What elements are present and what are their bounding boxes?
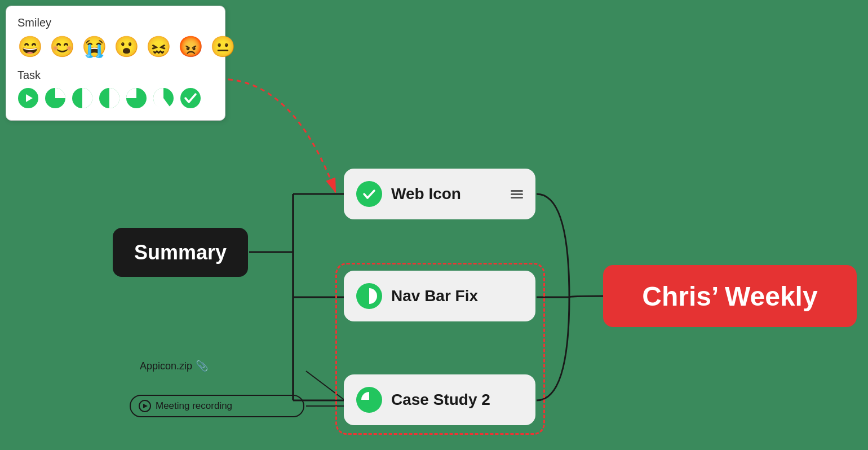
emoji-angry: 😡: [178, 35, 203, 59]
task-label: Task: [17, 69, 214, 82]
case-study-node[interactable]: Case Study 2: [344, 374, 535, 425]
task-icon-three-quarter: [126, 87, 147, 109]
meeting-recording-attachment[interactable]: Meeting recording: [130, 395, 304, 417]
task-icon-quarter: [45, 87, 66, 109]
summary-node[interactable]: Summary: [113, 228, 248, 277]
meeting-recording-label: Meeting recording: [156, 400, 232, 412]
web-icon-label: Web Icon: [391, 185, 502, 203]
nav-bar-node[interactable]: Nav Bar Fix: [344, 271, 535, 321]
emoji-cry: 😭: [82, 35, 107, 59]
task-icons-row: [17, 87, 214, 109]
task-icon-almost-full: [153, 87, 174, 109]
weekly-label: Chris’ Weekly: [642, 281, 817, 312]
emoji-surprised: 😮: [114, 35, 139, 59]
emoji-frustrated: 😖: [146, 35, 171, 59]
emoji-happy: 😄: [17, 35, 43, 59]
svg-line-6: [306, 371, 345, 400]
task-icon-play: [17, 87, 39, 109]
task-icon-third: [72, 87, 93, 109]
smiley-label: Smiley: [17, 16, 214, 29]
emoji-neutral: 😐: [210, 35, 236, 59]
web-icon-node[interactable]: Web Icon: [344, 169, 535, 219]
appicon-label: Appicon.zip: [140, 360, 192, 372]
nav-bar-label: Nav Bar Fix: [391, 287, 523, 305]
summary-label: Summary: [134, 241, 227, 264]
task-icon-check: [180, 87, 201, 109]
case-study-quarter-icon: [356, 387, 382, 413]
svg-marker-19: [143, 404, 148, 408]
emoji-task-card: Smiley 😄 😊 😭 😮 😖 😡 😐 Task: [6, 6, 225, 121]
web-icon-menu-icon[interactable]: [511, 190, 523, 198]
weekly-node[interactable]: Chris’ Weekly: [603, 265, 857, 327]
nav-bar-half-icon: [356, 283, 382, 309]
case-study-label: Case Study 2: [391, 391, 523, 409]
emoji-smile: 😊: [50, 35, 75, 59]
web-icon-check-icon: [356, 181, 382, 207]
paperclip-icon: 📎: [196, 360, 208, 372]
svg-point-15: [180, 88, 201, 108]
task-icon-half: [99, 87, 120, 109]
play-icon: [139, 400, 151, 412]
appicon-attachment[interactable]: Appicon.zip 📎: [140, 360, 208, 372]
emoji-row: 😄 😊 😭 😮 😖 😡 😐: [17, 35, 214, 59]
